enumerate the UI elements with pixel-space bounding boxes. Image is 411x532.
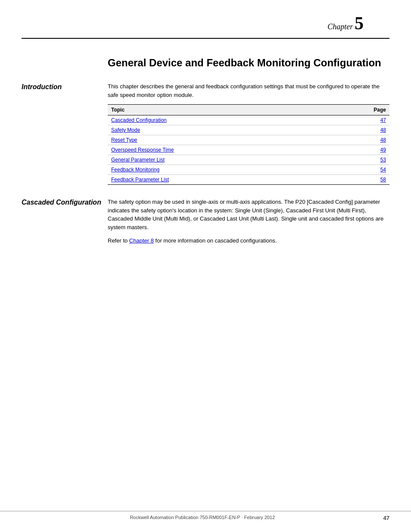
cascaded-configuration-section: Cascaded Configuration The safety option… [22,198,389,250]
page-title: General Device and Feedback Monitoring C… [108,56,389,69]
page-container: Chapter 5 General Device and Feedback Mo… [0,0,411,532]
toc-page-link[interactable]: 49 [380,147,386,153]
toc-table: Topic Page Cascaded Configuration47Safet… [108,104,389,185]
toc-row: Overspeed Response Time49 [108,145,389,155]
toc-topic-link[interactable]: General Parameter List [111,157,165,163]
toc-page-link[interactable]: 53 [380,157,386,163]
toc-page-cell: 48 [368,135,389,145]
toc-page-cell: 47 [368,115,389,125]
chapter-number: 5 [355,13,364,33]
cascaded-configuration-content: The safety option may be used in single-… [101,198,389,250]
toc-topic-cell: Safety Mode [108,125,368,135]
toc-row: Feedback Monitoring54 [108,165,389,175]
toc-page-link[interactable]: 48 [380,127,386,133]
chapter-header: Chapter 5 [22,0,389,39]
cascaded-body2-prefix: Refer to [108,237,129,244]
toc-topic-link[interactable]: Cascaded Configuration [111,117,167,123]
cascaded-body2: Refer to Chapter 8 for more information … [108,236,389,245]
toc-topic-cell: General Parameter List [108,155,368,165]
toc-topic-cell: Reset Type [108,135,368,145]
chapter-label: Chapter [327,22,353,31]
toc-page-link[interactable]: 47 [380,117,386,123]
footer-publication: Rockwell Automation Publication 750-RM00… [22,515,383,521]
footer: Rockwell Automation Publication 750-RM00… [0,511,411,521]
toc-topic-link[interactable]: Feedback Monitoring [111,167,159,173]
toc-page-link[interactable]: 58 [380,177,386,183]
cascaded-body2-suffix: for more information on cascaded configu… [154,237,277,244]
toc-topic-cell: Feedback Monitoring [108,165,368,175]
introduction-section: Introduction This chapter describes the … [22,82,389,185]
introduction-body: This chapter describes the general and f… [108,82,389,99]
toc-topic-cell: Feedback Parameter List [108,175,368,185]
toc-topic-link[interactable]: Overspeed Response Time [111,147,174,153]
content-area: General Device and Feedback Monitoring C… [0,56,411,250]
toc-row: Safety Mode48 [108,125,389,135]
toc-page-link[interactable]: 54 [380,167,386,173]
toc-page-cell: 49 [368,145,389,155]
toc-page-cell: 54 [368,165,389,175]
toc-row: Cascaded Configuration47 [108,115,389,125]
cascaded-configuration-label: Cascaded Configuration [22,198,101,250]
toc-topic-header: Topic [108,105,368,115]
footer-page-number: 47 [383,515,389,521]
toc-page-link[interactable]: 48 [380,137,386,143]
toc-row: Feedback Parameter List58 [108,175,389,185]
toc-topic-cell: Cascaded Configuration [108,115,368,125]
toc-topic-link[interactable]: Safety Mode [111,127,140,133]
introduction-label: Introduction [22,82,101,185]
toc-page-cell: 48 [368,125,389,135]
toc-row: Reset Type48 [108,135,389,145]
chapter8-link[interactable]: Chapter 8 [129,237,154,244]
toc-topic-cell: Overspeed Response Time [108,145,368,155]
toc-page-cell: 53 [368,155,389,165]
cascaded-body1: The safety option may be used in single-… [108,198,389,231]
toc-page-cell: 58 [368,175,389,185]
toc-topic-link[interactable]: Reset Type [111,137,137,143]
toc-topic-link[interactable]: Feedback Parameter List [111,177,169,183]
toc-page-header: Page [368,105,389,115]
introduction-content: This chapter describes the general and f… [101,82,389,185]
toc-row: General Parameter List53 [108,155,389,165]
